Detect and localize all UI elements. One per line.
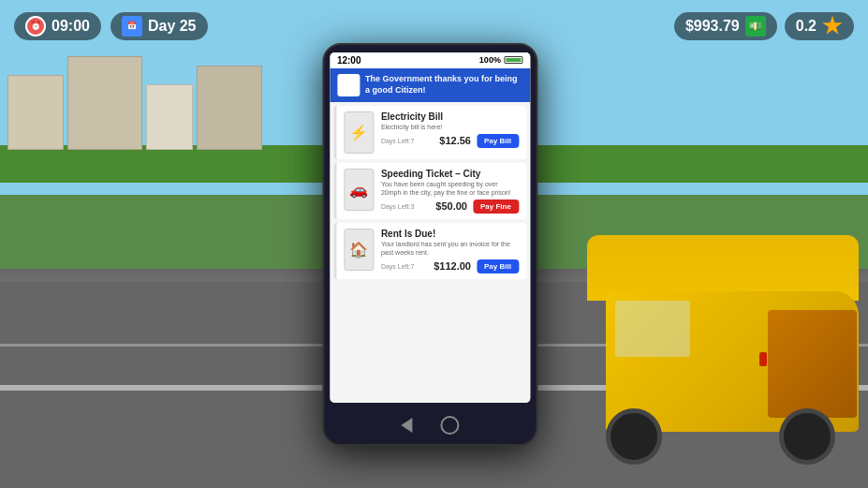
back-button[interactable] xyxy=(401,418,412,433)
rent-pay-button[interactable]: Pay Bill xyxy=(477,259,519,274)
speeding-ticket-icon: 🚗 xyxy=(344,169,374,211)
battery-percent: 100% xyxy=(479,55,501,65)
day-badge: 📅 Day 25 xyxy=(110,12,208,40)
building xyxy=(67,56,142,150)
building xyxy=(7,75,64,150)
electricity-bill-icon: ⚡ xyxy=(344,111,374,154)
rent-bill-icon: 🏠 xyxy=(344,229,374,271)
speeding-ticket-footer: Days Left:3 $50.00 Pay Fine xyxy=(381,200,519,214)
electricity-bill-title: Electricity Bill xyxy=(381,111,519,122)
speeding-ticket-item: 🚗 Speeding Ticket – City You have been c… xyxy=(333,163,526,219)
hud-money: $993.79 xyxy=(685,18,740,35)
rent-amount: $112.00 xyxy=(434,260,471,272)
phone-status-bar: 12:00 100% xyxy=(330,52,530,68)
battery-bar xyxy=(504,56,522,64)
clock-icon: ⏰ xyxy=(25,16,46,37)
battery-fill xyxy=(506,58,521,62)
building xyxy=(197,66,262,150)
rent-amount-row: $112.00 Pay Bill xyxy=(434,259,519,274)
hud-time: 09:00 xyxy=(51,18,90,35)
electricity-bill-item: ⚡ Electricity Bill Electricity bill is h… xyxy=(333,106,526,159)
tail-light xyxy=(759,352,767,366)
calendar-icon: 📅 xyxy=(122,16,142,37)
money-badge: $993.79 💵 xyxy=(674,12,777,40)
speeding-days: Days Left:3 xyxy=(381,203,414,210)
phone-bottom-bar xyxy=(324,407,536,444)
speeding-ticket-details: Speeding Ticket – City You have been cau… xyxy=(381,169,519,214)
rent-bill-footer: Days Left:7 $112.00 Pay Bill xyxy=(381,259,519,274)
cart-wheel-front xyxy=(606,408,662,465)
cart-wheel-rear xyxy=(779,408,835,465)
speeding-amount: $50.00 xyxy=(435,200,467,212)
rent-bill-desc: Your landlord has sent you an invoice fo… xyxy=(381,240,519,257)
money-icon: 💵 xyxy=(745,16,766,37)
speeding-pay-button[interactable]: Pay Fine xyxy=(473,200,519,214)
cargo-box xyxy=(768,310,857,418)
electricity-amount-row: $12.56 Pay Bill xyxy=(439,134,519,148)
electricity-days: Days Left:7 xyxy=(381,138,414,144)
speeding-ticket-title: Speeding Ticket – City xyxy=(381,169,519,179)
home-button[interactable] xyxy=(440,416,459,435)
star-icon xyxy=(822,16,843,37)
electricity-pay-button[interactable]: Pay Bill xyxy=(477,134,519,148)
notification-text: The Government thanks you for being a go… xyxy=(365,74,522,96)
electricity-bill-details: Electricity Bill Electricity bill is her… xyxy=(381,111,519,148)
rent-bill-details: Rent Is Due! Your landlord has sent you … xyxy=(381,229,519,274)
windshield xyxy=(615,301,690,357)
battery-area: 100% xyxy=(479,55,522,65)
speeding-amount-row: $50.00 Pay Fine xyxy=(435,200,519,214)
bills-list: ⚡ Electricity Bill Electricity bill is h… xyxy=(330,102,530,403)
electricity-bill-desc: Electricity bill is here! xyxy=(381,123,519,131)
golf-cart xyxy=(550,188,868,488)
phone-screen: 12:00 100% 🏛 The Government thanks you f… xyxy=(330,52,530,403)
electricity-bill-footer: Days Left:7 $12.56 Pay Bill xyxy=(381,134,519,148)
hud-day: Day 25 xyxy=(148,18,197,35)
rent-bill-title: Rent Is Due! xyxy=(381,229,519,239)
rating-badge: 0.2 xyxy=(785,12,854,40)
time-badge: ⏰ 09:00 xyxy=(14,12,101,40)
building xyxy=(146,84,193,150)
electricity-amount: $12.56 xyxy=(439,135,471,146)
government-icon: 🏛 xyxy=(337,74,360,96)
phone: 12:00 100% 🏛 The Government thanks you f… xyxy=(322,43,537,446)
hud-left: ⏰ 09:00 📅 Day 25 xyxy=(14,12,208,40)
speeding-ticket-desc: You have been caught speeding by over 20… xyxy=(381,180,519,197)
rent-days: Days Left:7 xyxy=(381,263,414,270)
hud-right: $993.79 💵 0.2 xyxy=(674,12,854,40)
rent-bill-item: 🏠 Rent Is Due! Your landlord has sent yo… xyxy=(333,223,526,279)
phone-notification: 🏛 The Government thanks you for being a … xyxy=(330,68,530,102)
phone-time: 12:00 xyxy=(337,55,361,66)
hud-rating: 0.2 xyxy=(796,18,817,35)
